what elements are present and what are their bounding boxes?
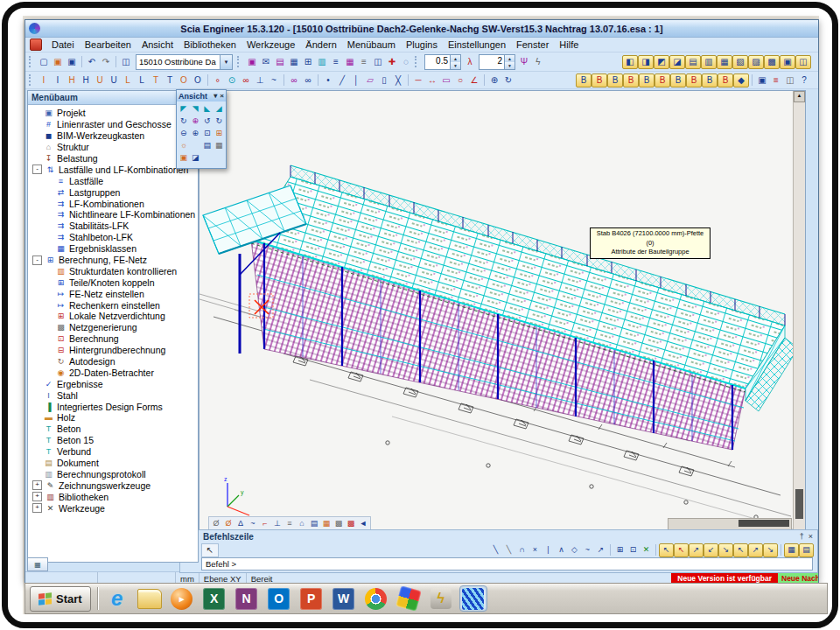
cs-i-user-icon[interactable]: I [51,74,65,87]
beam-label-1-icon[interactable]: B [576,74,592,88]
cs-u-user-icon[interactable]: U [107,74,121,87]
tree-item-lastfälle-und-lf-kombinationen[interactable]: -⇅Lastfälle und LF-Kombinationen [31,164,198,175]
new-plate-icon[interactable]: ▱ [363,74,377,87]
cursor-perp-icon[interactable]: ↙ [704,543,718,557]
draw-rectangle-icon[interactable]: ▭ [439,74,453,87]
regenerate-icon[interactable]: ↻ [501,74,515,87]
tree-item-projekt[interactable]: ▣Projekt [31,108,198,119]
save-icon[interactable]: ▣ [65,55,79,68]
display-axes-icon[interactable]: Ψ [517,55,531,68]
new-document-icon[interactable]: ▢ [37,55,51,68]
paper-space-icon[interactable]: ▦ [343,55,357,68]
menu-werkzeuge[interactable]: Werkzeuge [242,38,300,51]
beam-label-6-icon[interactable]: B [654,74,670,88]
node-labels-icon[interactable]: ▤ [685,55,701,69]
draw-line-icon[interactable]: ─ [411,74,425,87]
file-explorer-taskbar-icon[interactable] [136,586,163,611]
draw-angle-icon[interactable]: ∠ [467,74,481,87]
start-button[interactable]: Start [30,586,91,612]
tree-item-belastung[interactable]: ↧Belastung [31,153,198,164]
home-view-icon[interactable]: ⌂ [296,518,308,528]
rotate-view-icon[interactable]: ↻ [178,115,190,127]
tree-item-ergebnisklassen[interactable]: ▦Ergebnisklassen [31,243,198,255]
wireframe-icon[interactable]: Ø [210,518,222,528]
tree-item-beton-15[interactable]: TBeton 15 [31,435,198,446]
tree-item-ergebnisse[interactable]: ✓Ergebnisse [31,378,198,389]
render-mode-icon[interactable]: ϟ [531,55,545,68]
tree-item-beton[interactable]: TBeton [31,424,198,435]
shaded-icon[interactable]: Ø [222,518,234,528]
tree-item-integriertes-design-forms[interactable]: ▐Integriertes Design Forms [31,401,198,412]
render-settings-icon[interactable]: ◪ [190,151,202,164]
expand-icon[interactable]: + [32,492,42,501]
expand-icon[interactable]: + [32,480,42,490]
spinner-arrows[interactable]: ▲▼ [450,55,460,69]
tree-item-berechnung[interactable]: ⊡Berechnung [31,333,198,345]
project-manager-icon[interactable]: ◫ [119,55,133,68]
tree-item-zeichnungswerkzeuge[interactable]: +✎Zeichnungswerkzeuge [31,480,198,491]
snap-mid-icon[interactable]: ◇ [568,544,581,556]
snap-end-icon[interactable]: ╲ [502,544,515,556]
cs-h-steel-icon[interactable]: H [65,74,79,87]
media-player-taskbar-icon[interactable]: ► [169,586,195,611]
beam-labels-icon[interactable]: ◪ [669,55,685,69]
snap-settings-icon[interactable]: ▤ [799,543,814,557]
menu-bearbeiten[interactable]: Bearbeiten [80,38,136,51]
dock-page-button[interactable]: ▦ [27,557,48,571]
pin-icon[interactable]: † [800,532,804,541]
cursor-near-icon[interactable]: ↖ [733,543,748,557]
send-mail-icon[interactable]: ✉ [259,55,273,68]
menu-einstellungen[interactable]: Einstellungen [443,38,511,51]
draw-circle-icon[interactable]: ○ [453,74,467,87]
tree-item-dokument[interactable]: ▤Dokument [31,458,198,469]
view-help-icon[interactable]: ? [797,74,811,87]
winamp-taskbar-icon[interactable]: ϟ [428,586,454,611]
cs-l-steel-icon[interactable]: L [121,74,135,87]
cursor-mid-icon[interactable]: ↖ [674,543,689,557]
beam-label-9-icon[interactable]: B [702,74,718,88]
hinge-begin-icon[interactable]: ∘ [211,74,225,87]
fast-adjust-icon[interactable]: ◫ [795,55,811,69]
clip-box-icon[interactable]: ▣ [178,151,190,164]
view-front-icon[interactable]: ◥ [190,102,202,115]
tree-item-strukturdaten-kontrollieren[interactable]: ▥Strukturdaten kontrollieren [31,265,198,276]
toolbar-grip[interactable] [415,56,419,67]
light-toggle-icon[interactable]: ☼ [178,139,190,151]
tree-item-rechenkern-einstellen[interactable]: ↦Rechenkern einstellen [31,299,198,311]
new-column-icon[interactable]: │ [349,74,363,87]
view-folder-icon[interactable]: ▦ [320,518,332,528]
grid-dot-snap-icon[interactable]: ⊡ [626,544,640,556]
collapse-icon[interactable]: - [32,256,42,265]
undo-icon[interactable]: ↶ [85,55,99,68]
vertical-scrollbar[interactable]: ▲ [793,91,805,531]
menu-datei[interactable]: Datei [46,38,80,51]
excel-taskbar-icon[interactable]: X [201,586,228,611]
snap-delete-icon[interactable]: × [528,544,542,556]
close-icon[interactable]: × [808,532,813,541]
calculator-icon[interactable]: ✚ [385,55,399,68]
menu-plugins[interactable]: Plugins [401,38,443,51]
cross-link-1-icon[interactable]: ∞ [287,74,301,87]
load-scale-icon[interactable]: λ [463,55,477,68]
menu-fenster[interactable]: Fenster [511,38,554,51]
new-truss-icon[interactable]: ╳ [391,74,405,87]
tree-item-hintergrundberechnung[interactable]: ⊟Hintergrundberechnung [31,345,198,356]
beam-label-10-icon[interactable]: B [718,74,733,88]
load-display-icon[interactable]: ▨ [748,55,764,69]
beam-label-11-icon[interactable]: ◆ [733,74,749,88]
layer-settings-icon[interactable]: ◧ [622,55,638,69]
save-view-icon[interactable]: ▣ [755,74,769,87]
tree-item-lastgruppen[interactable]: ⇄Lastgruppen [31,186,198,198]
collapse-strip-icon[interactable]: ◄ [357,518,369,528]
support-display-icon[interactable]: ▦ [717,55,732,69]
tree-item-bibliotheken[interactable]: +▥Bibliotheken [31,491,198,502]
view-top-icon[interactable]: ◤ [178,102,190,115]
flag-icon[interactable]: ⌐ [259,518,271,528]
hidden-lines-icon[interactable]: ▦ [214,139,226,151]
snap-clear-icon[interactable]: ✕ [640,544,653,556]
view-params-icon[interactable]: ◩ [654,55,669,69]
tree-item-holz[interactable]: ▬Holz [31,412,198,424]
zoom-in-icon[interactable]: ⊕ [190,127,202,139]
tree-item-verbund[interactable]: TVerbund [31,446,198,458]
pinwheel-app-taskbar-icon[interactable] [396,586,422,611]
